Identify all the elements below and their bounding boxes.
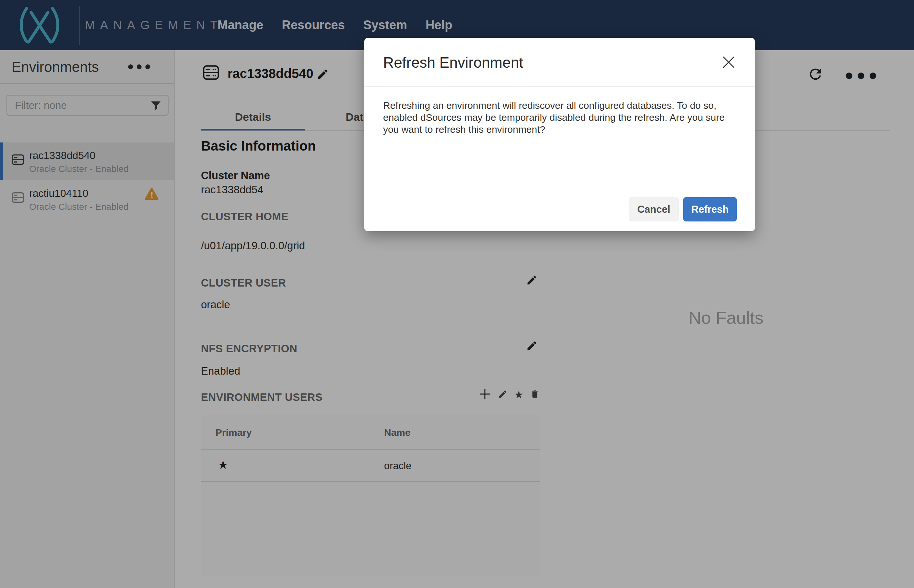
dialog-title: Refresh Environment — [383, 38, 523, 87]
refresh-button[interactable]: Refresh — [683, 197, 737, 221]
dialog-footer: Cancel Refresh — [629, 197, 737, 221]
refresh-environment-dialog: Refresh Environment Refreshing an enviro… — [364, 38, 755, 231]
dialog-message: Refreshing an environment will rediscove… — [364, 87, 755, 135]
app-window: MANAGEMENT Manage Resources System Help … — [0, 0, 914, 588]
cancel-button[interactable]: Cancel — [629, 197, 679, 221]
dialog-header: Refresh Environment — [364, 38, 755, 87]
close-icon[interactable] — [721, 55, 736, 71]
